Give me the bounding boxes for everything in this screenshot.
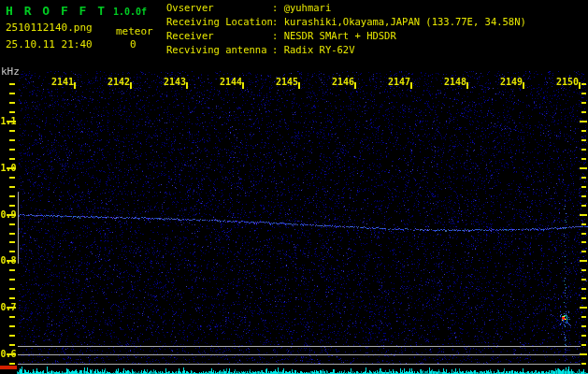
info-value: kurashiki,Okayama,JAPAN (133.77E, 34.58N… bbox=[284, 16, 526, 27]
info-value: @yuhmari bbox=[284, 2, 332, 13]
time-tick-label: 2147 bbox=[388, 77, 410, 87]
time-tick-label: 2143 bbox=[164, 77, 186, 87]
app-version: 1.0.0f bbox=[113, 7, 147, 17]
freq-tick-label: 0.8 bbox=[0, 255, 16, 266]
freq-axis-unit: kHz bbox=[1, 66, 20, 78]
info-row: Receiving Location: kurashiki,Okayama,JA… bbox=[166, 17, 526, 31]
time-tick-label: 2144 bbox=[220, 77, 242, 87]
freq-tick-label: 1.0 bbox=[0, 163, 16, 173]
time-tick-label: 2148 bbox=[444, 77, 466, 87]
info-label: Ovserver bbox=[166, 3, 272, 14]
info-row: Receiver: NESDR SMArt + HDSDR bbox=[166, 31, 526, 45]
receiver-info-block: Ovserver: @yuhmariReceiving Location: ku… bbox=[166, 3, 526, 59]
info-row: Ovserver: @yuhmari bbox=[166, 3, 526, 17]
timestamp: 25.10.11 21:40 bbox=[6, 39, 93, 50]
freq-tick-label: 1.1 bbox=[0, 116, 16, 126]
time-tick-label: 2146 bbox=[332, 77, 354, 87]
app-title: H R O F F T bbox=[6, 5, 107, 18]
info-label: Recviving antenna bbox=[166, 45, 272, 56]
info-value: Radix RY-62V bbox=[284, 44, 355, 55]
time-tick-label: 2145 bbox=[276, 77, 298, 87]
info-row: Recviving antenna: Radix RY-62V bbox=[166, 45, 526, 59]
time-tick-label: 2150 bbox=[556, 77, 579, 87]
meteor-counter-value: 0 bbox=[130, 39, 136, 50]
info-colon: : bbox=[272, 16, 284, 27]
info-colon: : bbox=[272, 2, 284, 13]
hrofft-screen: H R O F F T 1.0.0f 2510112140.png 25.10.… bbox=[0, 0, 588, 374]
output-filename: 2510112140.png bbox=[6, 22, 93, 34]
meteor-counter-label: meteor bbox=[116, 26, 153, 37]
info-value: NESDR SMArt + HDSDR bbox=[284, 30, 396, 41]
freq-tick-label: 0.6 bbox=[0, 349, 16, 359]
info-colon: : bbox=[272, 30, 284, 41]
info-label: Receiver bbox=[166, 31, 272, 42]
freq-tick-label: 0.9 bbox=[0, 209, 16, 220]
time-tick-label: 2141 bbox=[51, 77, 74, 87]
time-tick-label: 2142 bbox=[108, 77, 130, 87]
info-label: Receiving Location bbox=[166, 17, 272, 28]
info-colon: : bbox=[272, 44, 284, 55]
freq-tick-label: 0.7 bbox=[0, 302, 16, 312]
time-tick-label: 2149 bbox=[500, 77, 523, 87]
